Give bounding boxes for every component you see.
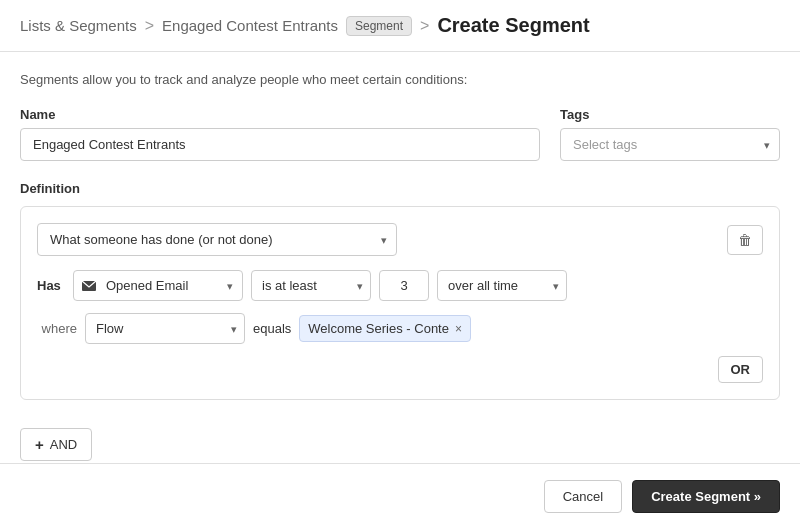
form-row: Name Tags Select tags ▾ bbox=[20, 107, 780, 161]
breadcrumb: Lists & Segments > Engaged Contest Entra… bbox=[0, 0, 800, 52]
cancel-button[interactable]: Cancel bbox=[544, 480, 622, 513]
and-button[interactable]: + AND bbox=[20, 428, 92, 461]
footer: Cancel Create Segment » bbox=[0, 463, 800, 529]
and-label: AND bbox=[50, 437, 77, 452]
or-button[interactable]: OR bbox=[718, 356, 764, 383]
condition-select-wrap[interactable]: is at least is at most equals ▾ bbox=[251, 270, 371, 301]
tag-value-chip: Welcome Series - Conte × bbox=[299, 315, 471, 342]
delete-icon: 🗑 bbox=[738, 232, 752, 248]
breadcrumb-sep2: > bbox=[420, 17, 429, 35]
time-select-wrap[interactable]: over all time in the last ▾ bbox=[437, 270, 567, 301]
condition-type-row: What someone has done (or not done) What… bbox=[37, 223, 763, 256]
tags-label: Tags bbox=[560, 107, 780, 122]
event-select[interactable]: Opened Email Clicked Email bbox=[73, 270, 243, 301]
breadcrumb-lists[interactable]: Lists & Segments bbox=[20, 17, 137, 34]
definition-box: What someone has done (or not done) What… bbox=[20, 206, 780, 400]
count-input[interactable] bbox=[379, 270, 429, 301]
create-segment-button[interactable]: Create Segment » bbox=[632, 480, 780, 513]
segment-badge: Segment bbox=[346, 16, 412, 36]
breadcrumb-sep1: > bbox=[145, 17, 154, 35]
where-label: where bbox=[37, 321, 77, 336]
condition-type-select-wrap[interactable]: What someone has done (or not done) What… bbox=[37, 223, 397, 256]
tags-group: Tags Select tags ▾ bbox=[560, 107, 780, 161]
tags-select[interactable]: Select tags bbox=[560, 128, 780, 161]
delete-condition-button[interactable]: 🗑 bbox=[727, 225, 763, 255]
condition-type-select[interactable]: What someone has done (or not done) What… bbox=[37, 223, 397, 256]
breadcrumb-segment-name[interactable]: Engaged Contest Entrants bbox=[162, 17, 338, 34]
name-label: Name bbox=[20, 107, 540, 122]
name-group: Name bbox=[20, 107, 540, 161]
flow-select-wrap[interactable]: Flow Campaign ▾ bbox=[85, 313, 245, 344]
where-row: where Flow Campaign ▾ equals Welcome Ser… bbox=[37, 313, 763, 344]
definition-label: Definition bbox=[20, 181, 780, 196]
tag-value-text: Welcome Series - Conte bbox=[308, 321, 449, 336]
plus-icon: + bbox=[35, 436, 44, 453]
time-select[interactable]: over all time in the last bbox=[437, 270, 567, 301]
breadcrumb-create: Create Segment bbox=[437, 14, 589, 37]
remove-tag-icon[interactable]: × bbox=[455, 323, 462, 335]
has-label: Has bbox=[37, 278, 65, 293]
tags-select-wrapper[interactable]: Select tags ▾ bbox=[560, 128, 780, 161]
description-text: Segments allow you to track and analyze … bbox=[20, 72, 780, 87]
has-row: Has Opened Email Clicked Email ▾ bbox=[37, 270, 763, 301]
name-input[interactable] bbox=[20, 128, 540, 161]
event-select-wrap[interactable]: Opened Email Clicked Email ▾ bbox=[73, 270, 243, 301]
or-row: OR bbox=[37, 356, 763, 383]
condition-select[interactable]: is at least is at most equals bbox=[251, 270, 371, 301]
equals-label: equals bbox=[253, 321, 291, 336]
definition-section: Definition What someone has done (or not… bbox=[20, 181, 780, 400]
flow-select[interactable]: Flow Campaign bbox=[85, 313, 245, 344]
